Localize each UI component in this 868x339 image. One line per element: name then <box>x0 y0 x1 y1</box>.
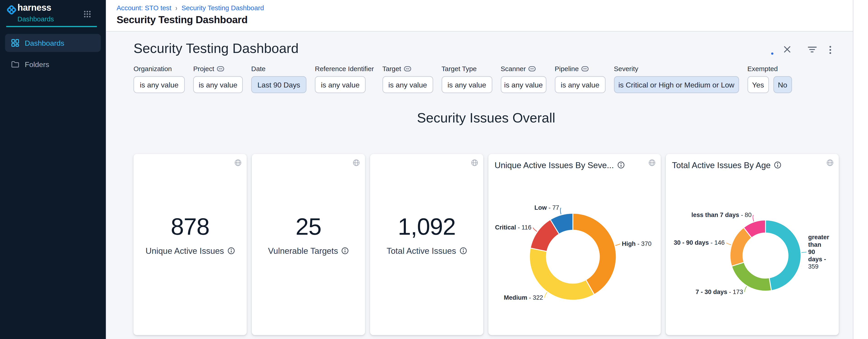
filter-scanner-label: Scanner <box>501 64 526 73</box>
filter-project: Project is any value <box>193 65 243 93</box>
filter-reference-identifier-value[interactable]: is any value <box>315 76 366 93</box>
filter-target-type-value[interactable]: is any value <box>441 76 492 93</box>
filter-project-value[interactable]: is any value <box>193 76 243 93</box>
top-header: Account: STO test › Security Testing Das… <box>106 0 853 32</box>
sidebar-nav: Dashboards Folders <box>0 34 106 77</box>
card-total-active-issues: 1,092 Total Active Issues <box>370 154 483 335</box>
filter-date-label: Date <box>251 64 266 73</box>
page-title: Security Testing Dashboard <box>117 14 248 26</box>
app-window: harness Dashboards Dashboards Folders <box>0 0 868 339</box>
donut-label-connector <box>615 244 620 245</box>
sidebar-item-label: Dashboards <box>25 39 64 47</box>
module-label: Dashboards <box>18 15 54 23</box>
info-icon[interactable] <box>617 161 625 169</box>
link-icon <box>404 66 411 72</box>
info-icon[interactable] <box>227 247 235 254</box>
donut-label-connector <box>533 227 537 231</box>
filter-organization: Organization is any value <box>133 65 185 93</box>
filter-funnel-icon[interactable] <box>808 46 817 53</box>
dashboard-title: Security Testing Dashboard <box>133 41 299 57</box>
app-switcher-icon[interactable] <box>83 10 91 18</box>
card-issues-by-severity-chart: Unique Active Issues By Seve... High - 3… <box>489 154 661 335</box>
chevron-right-icon: › <box>176 4 178 12</box>
donut-label-connector <box>726 243 731 245</box>
filter-reference-identifier-label: Reference Identifier <box>315 64 374 73</box>
filter-exempted: Exempted Yes No <box>747 65 792 93</box>
filter-target-value[interactable]: is any value <box>382 76 433 93</box>
sidebar-item-folders[interactable]: Folders <box>5 55 101 73</box>
cursor-dot <box>771 53 773 55</box>
card-issues-by-age-chart: Total Active Issues By Age greaterthan90… <box>666 154 839 335</box>
link-icon <box>529 66 536 72</box>
donut-label-greater-than-90-days: greaterthan90days -359 <box>808 233 829 270</box>
donut-label-30-90-days: 30 - 90 days - 146 <box>674 239 725 246</box>
globe-icon[interactable] <box>235 159 242 166</box>
info-icon[interactable] <box>774 161 781 169</box>
breadcrumb-dashboard-link[interactable]: Security Testing Dashboard <box>182 4 264 12</box>
dashboard-panel: Security Testing Dashboard Organization … <box>106 32 853 339</box>
filter-scanner: Scanner is any value <box>501 65 546 93</box>
info-icon[interactable] <box>341 247 349 254</box>
stat-label: Unique Active Issues <box>146 246 224 256</box>
card-unique-active-issues: 878 Unique Active Issues <box>133 154 247 335</box>
close-icon[interactable] <box>784 46 791 53</box>
donut-label-low: Low - 77 <box>534 204 559 211</box>
age-donut-chart[interactable]: greaterthan90days -3597 - 30 days - 1733… <box>666 154 839 335</box>
chart-title: Unique Active Issues By Seve... <box>495 160 614 170</box>
filter-pipeline: Pipeline is any value <box>555 65 605 93</box>
donut-label-connector <box>560 208 561 214</box>
filter-bar: Organization is any value Project is any… <box>133 65 792 93</box>
filter-organization-value[interactable]: is any value <box>133 76 185 93</box>
donut-slice-greater-than-90-days[interactable] <box>766 220 801 291</box>
dashboard-grid-icon <box>11 39 19 47</box>
scrollbar-track[interactable] <box>853 0 868 339</box>
filter-exempted-label: Exempted <box>747 64 778 73</box>
section-title: Security Issues Overall <box>133 110 839 126</box>
filter-date: Date Last 90 Days <box>251 65 306 93</box>
harness-logo-icon[interactable] <box>6 4 17 15</box>
filter-pipeline-label: Pipeline <box>555 64 579 73</box>
sidebar-item-dashboards[interactable]: Dashboards <box>5 34 101 52</box>
severity-donut-chart[interactable]: High - 370Medium - 322Critical - 116Low … <box>489 154 661 335</box>
globe-icon[interactable] <box>352 159 360 166</box>
filter-scanner-value[interactable]: is any value <box>501 76 546 93</box>
donut-slice-medium[interactable] <box>529 248 594 300</box>
filter-exempted-yes-button[interactable]: Yes <box>747 76 769 93</box>
donut-label-connector <box>545 292 547 298</box>
donut-label-connector <box>802 252 807 252</box>
card-vulnerable-targets: 25 Vulnerable Targets <box>252 154 365 335</box>
filter-severity-label: Severity <box>614 64 639 73</box>
filter-target-type-label: Target Type <box>441 64 477 73</box>
kebab-menu-icon[interactable] <box>829 46 832 54</box>
donut-label-critical: Critical - 116 <box>495 224 531 231</box>
filter-target-type: Target Type is any value <box>441 65 492 93</box>
info-icon[interactable] <box>459 247 467 254</box>
breadcrumb: Account: STO test › Security Testing Das… <box>117 4 264 12</box>
stat-label: Total Active Issues <box>386 246 456 256</box>
donut-label-connector <box>745 286 747 292</box>
filter-severity: Severity is Critical or High or Medium o… <box>614 65 739 93</box>
stat-value: 1,092 <box>370 214 483 240</box>
sidebar: harness Dashboards Dashboards Folders <box>0 0 106 339</box>
donut-label-connector <box>753 215 754 221</box>
globe-icon[interactable] <box>471 159 478 166</box>
filter-reference-identifier: Reference Identifier is any value <box>315 65 374 93</box>
donut-slice-7-30-days[interactable] <box>732 262 771 291</box>
donut-label-high: High - 370 <box>622 240 651 247</box>
link-icon <box>217 66 224 72</box>
brand-wordmark[interactable]: harness <box>18 3 51 13</box>
filter-target-label: Target <box>382 64 401 73</box>
sidebar-item-label: Folders <box>25 60 49 68</box>
link-icon <box>582 66 589 72</box>
filter-target: Target is any value <box>382 65 433 93</box>
donut-label-less-than-7-days: less than 7 days - 80 <box>691 211 752 218</box>
filter-date-value[interactable]: Last 90 Days <box>251 76 306 93</box>
cards-row: 878 Unique Active Issues 25 Vulnerable T… <box>133 154 839 335</box>
donut-label-medium: Medium - 322 <box>504 294 543 301</box>
filter-project-label: Project <box>193 64 214 73</box>
filter-exempted-no-button[interactable]: No <box>773 76 792 93</box>
breadcrumb-account-link[interactable]: Account: STO test <box>117 4 171 12</box>
filter-organization-label: Organization <box>133 64 172 73</box>
filter-pipeline-value[interactable]: is any value <box>555 76 605 93</box>
filter-severity-value[interactable]: is Critical or High or Medium or Low <box>614 76 739 93</box>
